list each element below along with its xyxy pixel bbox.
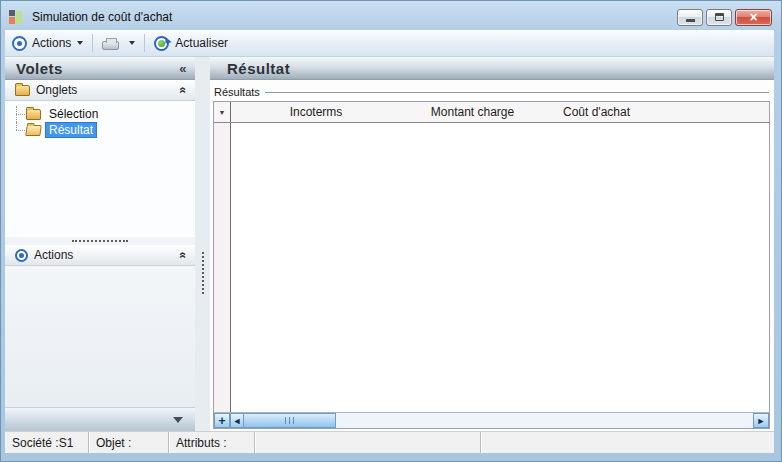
section-label-actions: Actions [34, 248, 73, 262]
scroll-right-button[interactable]: ► [753, 413, 769, 428]
splitter-grip [202, 252, 204, 294]
sidebar-collapse-button[interactable]: « [179, 61, 187, 76]
refresh-label: Actualiser [175, 36, 228, 50]
tree-connector [13, 106, 26, 122]
scrollbar-track[interactable] [336, 413, 753, 428]
window-title: Simulation de coût d'achat [32, 10, 172, 24]
maximize-button[interactable] [706, 9, 732, 26]
sidebar: Volets « Onglets « Sélection [5, 57, 195, 431]
status-societe: Société :S1 [5, 432, 89, 453]
chevron-up-icon[interactable]: « [177, 87, 191, 94]
actions-bullseye-icon [12, 36, 27, 51]
status-empty-panel [481, 432, 774, 453]
status-objet: Objet : [89, 432, 169, 453]
print-options-button[interactable] [124, 39, 140, 47]
main-panel-body: Résultats ▼ Incoterms Montant charge Coû… [210, 80, 774, 431]
status-attributs: Attributs : [169, 432, 255, 453]
grid-row-gutter [214, 123, 231, 412]
refresh-button[interactable]: Actualiser [149, 34, 233, 53]
chevron-down-icon [129, 41, 135, 45]
section-label-onglets: Onglets [36, 83, 77, 97]
app-window: Simulation de coût d'achat × Actions [0, 0, 782, 462]
sidebar-header: Volets « [5, 57, 195, 80]
toolbar-separator [92, 34, 93, 52]
section-header-actions[interactable]: Actions « [5, 245, 195, 266]
close-icon: × [749, 10, 757, 24]
print-button[interactable] [97, 35, 124, 52]
minimize-icon [686, 19, 695, 22]
chevron-down-icon [173, 417, 183, 423]
tree-connector [13, 122, 26, 138]
window-controls: × [677, 9, 774, 26]
column-header-incoterms[interactable]: Incoterms [231, 102, 401, 122]
client-area: Actions Actualiser Volets « [5, 30, 774, 453]
status-bar: Société :S1 Objet : Attributs : [5, 431, 774, 453]
close-button[interactable]: × [735, 9, 772, 26]
tree-item-label: Sélection [46, 107, 101, 121]
grid-header-row: ▼ Incoterms Montant charge Coût d'achat [214, 102, 769, 123]
results-grid: ▼ Incoterms Montant charge Coût d'achat … [213, 101, 770, 429]
grid-row-selector-header[interactable]: ▼ [214, 102, 231, 122]
actions-bullseye-icon [15, 249, 28, 262]
sidebar-bottom-bar[interactable] [5, 407, 195, 431]
minimize-button[interactable] [677, 9, 703, 26]
add-row-button[interactable]: + [214, 413, 230, 428]
main-panel-title: Résultat [227, 60, 290, 77]
chevron-up-icon[interactable]: « [177, 252, 191, 259]
tree-item-label: Résultat [46, 123, 96, 137]
app-icon [9, 10, 23, 24]
vertical-splitter[interactable] [195, 57, 210, 431]
chevron-down-icon [77, 41, 83, 45]
toolbar: Actions Actualiser [5, 30, 774, 57]
content-area: Volets « Onglets « Sélection [5, 57, 774, 431]
actions-menu-label: Actions [32, 36, 71, 50]
folder-icon [26, 109, 41, 120]
status-empty-panel [255, 432, 481, 453]
horizontal-splitter[interactable] [5, 237, 195, 245]
maximize-icon [715, 13, 724, 21]
toolbar-separator [144, 34, 145, 52]
actions-menu-button[interactable]: Actions [27, 34, 88, 52]
scroll-left-button[interactable]: ◄ [230, 413, 244, 428]
main-panel-header: Résultat [210, 57, 774, 80]
tree-item-selection[interactable]: Sélection [5, 106, 195, 122]
dropdown-arrow-icon: ▼ [219, 109, 226, 116]
groupbox-rule [265, 92, 769, 93]
refresh-icon [154, 36, 169, 51]
results-group-label: Résultats [214, 86, 260, 98]
column-header-montant-charge[interactable]: Montant charge [401, 102, 544, 122]
grid-body [214, 123, 769, 412]
scrollbar-thumb[interactable] [244, 413, 336, 428]
onglets-tree: Sélection Résultat [5, 101, 195, 237]
actions-panel-body [5, 266, 195, 407]
column-header-cout-achat[interactable]: Coût d'achat [544, 102, 649, 122]
horizontal-scrollbar: + ◄ ► [214, 412, 769, 428]
tree-item-resultat[interactable]: Résultat [5, 122, 195, 138]
results-groupbox-label-row: Résultats [214, 85, 769, 99]
section-header-onglets[interactable]: Onglets « [5, 80, 195, 101]
sidebar-title: Volets [16, 60, 63, 77]
titlebar: Simulation de coût d'achat × [5, 4, 774, 30]
folder-open-icon [25, 125, 42, 136]
main-panel: Résultat Résultats ▼ Incoterms Monta [210, 57, 774, 431]
folder-icon [15, 85, 30, 96]
thumb-grip-icon [285, 417, 294, 424]
printer-icon [102, 41, 119, 50]
